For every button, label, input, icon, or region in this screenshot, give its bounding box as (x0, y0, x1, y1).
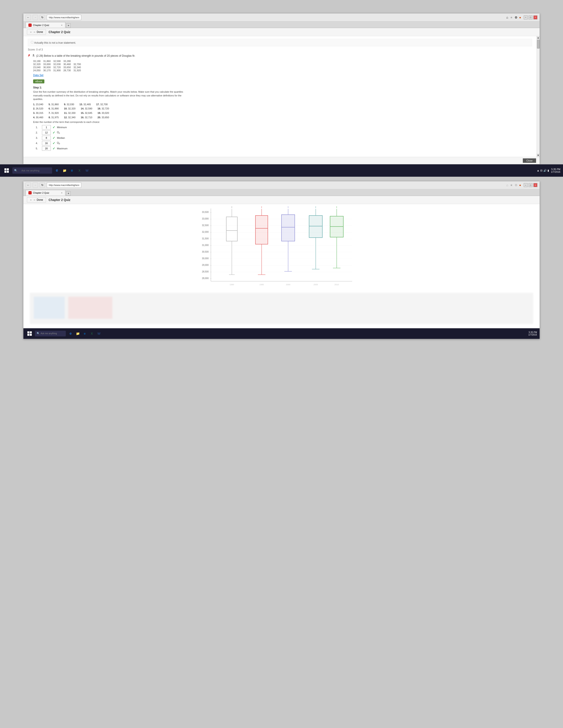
taskbar-word-icon-2[interactable]: W (96, 330, 102, 337)
page-title-2: Chapter 2 Quiz (49, 198, 70, 202)
taskbar-excel-icon-2[interactable]: X (89, 330, 95, 337)
settings-icon-2[interactable]: ⚙ (515, 183, 518, 187)
new-tab-button-1[interactable]: + (66, 23, 71, 28)
refresh-button[interactable]: ↻ (40, 15, 45, 20)
taskbar-search-bar[interactable]: 🔍 (12, 167, 52, 174)
breaking-strength-table: 33,190 31,860 32,590 33,280 32,320 33,00… (33, 60, 83, 72)
tab-close-2[interactable]: × (61, 191, 62, 194)
answer-label-q3: Q3 (57, 141, 60, 145)
settings-icon[interactable]: ⚙ (515, 16, 518, 19)
answer-num-2: 2. (36, 131, 40, 134)
table-row: 23,040 30,930 32,720 33,650 32,340 (33, 66, 83, 69)
star-icon-2[interactable]: ★ (510, 183, 513, 187)
forward-button[interactable]: → (33, 15, 38, 20)
refresh-icon: ↻ (41, 16, 43, 19)
titlebar-2: ← → ↻ ⌂ ★ ⚙ ● − □ × (23, 181, 540, 189)
maximize-button-1[interactable]: □ (529, 15, 533, 19)
back-button[interactable]: ← (26, 15, 31, 20)
check-icon-2: ✓ (53, 131, 55, 134)
taskbar-search-2[interactable]: 🔍 Ask me anything (35, 331, 66, 336)
forward-button-2[interactable]: → (33, 182, 38, 188)
answer-row-5: 5. ✓ Maximum (36, 146, 532, 151)
question-text-2: (2.28) Below is a table of the breaking … (36, 54, 135, 58)
taskbar-edge-icon[interactable]: e (69, 167, 75, 174)
table-row: 32,320 33,000 32,030 30,460 32,700 (33, 63, 83, 66)
taskbar-search-input[interactable] (19, 167, 47, 174)
minimize-button-2[interactable]: − (524, 183, 528, 187)
close-button-1[interactable]: × (533, 15, 537, 19)
taskbar-word-icon[interactable]: W (84, 167, 90, 174)
check-icon-4: ✓ (53, 141, 55, 145)
answer-input-1[interactable] (42, 125, 51, 129)
taskbar-folder-icon-2[interactable]: 📁 (75, 330, 81, 337)
taskbar-ie-icon-2[interactable]: e (68, 330, 74, 337)
browser-tabs-1: M Chapter 2 Quiz × + (23, 21, 540, 28)
back-button-2[interactable]: ← (26, 182, 31, 188)
start-button[interactable] (3, 167, 11, 174)
taskbar-folder-icon[interactable]: 📁 (61, 167, 68, 174)
answer-label-maximum: Maximum (57, 147, 68, 150)
done-button-2[interactable]: ← ← Done (27, 197, 46, 203)
answer-input-4[interactable] (42, 141, 51, 145)
tab-favicon-1: M (28, 24, 32, 27)
step-1-label: Step 1: (33, 86, 532, 89)
close-button-2[interactable]: × (533, 183, 537, 187)
new-tab-button-2[interactable]: + (66, 191, 71, 196)
address-bar-2[interactable] (47, 182, 81, 188)
done-button-1[interactable]: ← ← Done (27, 29, 46, 35)
ebook-button[interactable]: eBook (33, 79, 44, 83)
svg-text:1995: 1995 (259, 283, 264, 286)
scrollbar-1[interactable]: ▲ ▼ (537, 36, 540, 157)
tab-chapter-quiz-2[interactable]: M Chapter 2 Quiz × (26, 190, 65, 196)
address-bar-1[interactable] (47, 15, 81, 20)
taskbar-volume-icon[interactable]: 🔊 (543, 169, 547, 172)
n19: 19. 33,020 (98, 111, 109, 115)
profile-icon[interactable]: ● (519, 16, 521, 19)
tab-chapter-quiz-1[interactable]: M Chapter 2 Quiz × (26, 22, 65, 28)
n10: 10. 32,320 (64, 107, 75, 111)
page-title-1: Chapter 2 Quiz (49, 30, 70, 34)
svg-text:T: T (315, 206, 317, 209)
answer-num-3: 3. (36, 137, 40, 139)
svg-text:31,000: 31,000 (202, 244, 209, 246)
answer-row-3: 3. ✓ Median (36, 136, 532, 140)
n16: 16. 32,710 (81, 115, 92, 120)
refresh-button-2[interactable]: ↻ (40, 182, 45, 188)
answer-num-5: 5. (36, 147, 40, 150)
minimize-button-1[interactable]: − (524, 15, 528, 19)
number-row-4: 4. 30,460 8. 31,975 12. 32,340 16. 32,71… (33, 115, 532, 120)
taskbar-edge-icon-2[interactable]: e (82, 330, 88, 337)
answer-label-q1: Q1 (57, 131, 60, 134)
answer-row-2: 2. ✓ Q1 (36, 130, 532, 135)
star-icon[interactable]: ★ (510, 16, 513, 19)
boxplot-green (330, 209, 343, 268)
home-icon-2[interactable]: ⌂ (506, 183, 508, 187)
n1: 1. 23,040 (33, 102, 43, 107)
start-button-2[interactable] (26, 330, 33, 337)
taskbar-system-icons: ▲ ⊟ 🔊 ▮ (537, 169, 549, 172)
svg-text:T: T (287, 206, 289, 209)
answer-num-4: 4. (36, 142, 40, 144)
titlebar-controls-2: ← → ↻ (26, 182, 45, 188)
answer-input-2[interactable] (42, 130, 51, 135)
svg-text:28,000: 28,000 (202, 277, 209, 280)
close-button[interactable]: Close (523, 158, 536, 163)
taskbar-excel-icon[interactable]: X (76, 167, 83, 174)
svg-text:1990: 1990 (229, 283, 234, 286)
tab-close-1[interactable]: × (61, 24, 62, 26)
answer-input-3[interactable] (42, 136, 51, 140)
data-table: 33,190 31,860 32,590 33,280 32,320 33,00… (33, 60, 532, 72)
scroll-track-1[interactable] (537, 39, 540, 154)
profile-icon-2[interactable]: ● (519, 183, 521, 187)
scroll-down-1[interactable]: ▼ (537, 154, 540, 157)
data-set-link[interactable]: Data Set (33, 74, 532, 77)
taskbar-2: 🔍 Ask me anything e 📁 e X W 5:35 PM 1/7/… (23, 328, 540, 339)
maximize-button-2[interactable]: □ (529, 183, 533, 187)
taskbar-ie-icon[interactable]: e (54, 167, 60, 174)
boxplot-gray (226, 209, 237, 275)
n11: 11. 32,330 (64, 111, 75, 115)
scroll-up-1[interactable]: ▲ (537, 36, 540, 39)
home-icon[interactable]: ⌂ (506, 16, 508, 19)
answer-input-5[interactable] (42, 146, 51, 151)
scroll-thumb-1[interactable] (537, 40, 540, 49)
